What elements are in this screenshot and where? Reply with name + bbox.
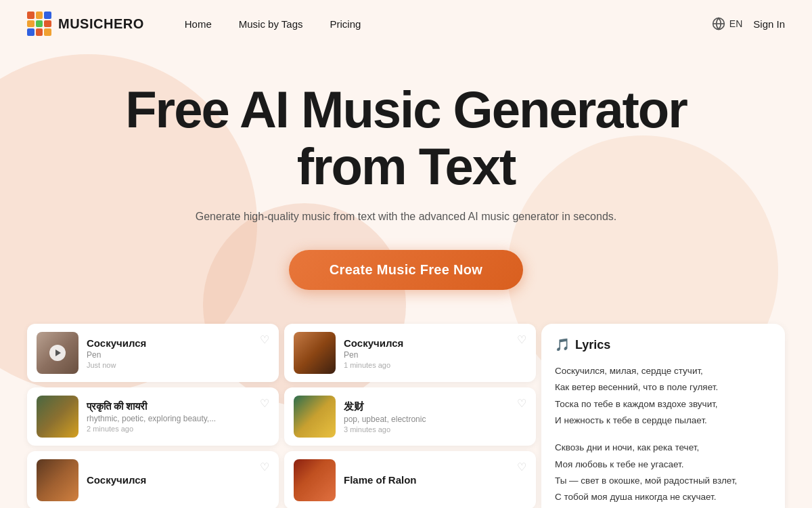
- card-time: 2 minutes ago: [87, 425, 269, 433]
- language-selector[interactable]: EN: [712, 17, 742, 30]
- logo[interactable]: MUSICHERO: [27, 12, 144, 36]
- lyrics-header: 🎵 Lyrics: [555, 337, 771, 352]
- like-button[interactable]: ♡: [517, 333, 526, 346]
- list-item[interactable]: 发财 pop, upbeat, electronic 3 minutes ago…: [284, 387, 536, 446]
- card-thumbnail: [294, 396, 336, 438]
- card-tags: rhythmic, poetic, exploring beauty,...: [87, 414, 269, 423]
- card-info: प्रकृति की शायरी rhythmic, poetic, explo…: [87, 400, 269, 433]
- lyrics-text: Соскучился, милая, сердце стучит,Как вет…: [555, 363, 771, 505]
- card-info: Flame of Ralon: [344, 474, 526, 487]
- card-info: Соскучился: [87, 474, 269, 487]
- card-title: प्रकृति की शायरी: [87, 400, 269, 412]
- like-button[interactable]: ♡: [517, 397, 526, 410]
- card-tags: pop, upbeat, electronic: [344, 415, 526, 424]
- nav-right: EN Sign In: [712, 17, 785, 30]
- hero-title: Free AI Music Generator from Text: [14, 81, 798, 194]
- hero-section: Free AI Music Generator from Text Genera…: [0, 47, 812, 310]
- play-icon[interactable]: [49, 345, 66, 361]
- card-info: Соскучился Pen 1 minutes ago: [344, 337, 526, 369]
- card-time: 1 minutes ago: [344, 361, 526, 369]
- cta-button[interactable]: Create Music Free Now: [289, 250, 523, 290]
- list-item[interactable]: Соскучился Pen 1 minutes ago ♡: [284, 324, 536, 382]
- sign-in-button[interactable]: Sign In: [753, 18, 785, 30]
- globe-icon: [712, 17, 725, 30]
- card-info: Соскучился Pen Just now: [87, 337, 269, 369]
- cards-right-column: Соскучился Pen 1 minutes ago ♡ 发财 pop, u…: [284, 324, 536, 508]
- hero-subtitle: Generate high-quality music from text wi…: [14, 211, 798, 223]
- card-thumbnail: [294, 332, 336, 374]
- card-title: 发财: [344, 400, 526, 413]
- lyrics-verse-1: Соскучился, милая, сердце стучит,Как вет…: [555, 363, 771, 429]
- card-time: 3 minutes ago: [344, 425, 526, 433]
- card-time: Just now: [87, 361, 269, 369]
- card-author: Pen: [344, 350, 526, 360]
- lyrics-panel: 🎵 Lyrics Соскучился, милая, сердце стучи…: [541, 324, 785, 508]
- card-thumbnail: [37, 459, 78, 501]
- like-button[interactable]: ♡: [260, 461, 269, 473]
- card-title: Соскучился: [87, 337, 269, 349]
- language-label: EN: [729, 18, 742, 29]
- lyrics-title: Lyrics: [575, 338, 610, 352]
- list-item[interactable]: प्रकृति की शायरी rhythmic, poetic, explo…: [27, 387, 279, 446]
- card-title: Соскучился: [344, 337, 526, 349]
- content-area: Соскучился Pen Just now ♡ प्रकृति की शाय…: [0, 310, 812, 508]
- card-title: Flame of Ralon: [344, 474, 526, 486]
- lyrics-verse-2: Сквозь дни и ночи, как река течет,Моя лю…: [555, 440, 771, 505]
- list-item[interactable]: Соскучился ♡: [27, 451, 279, 508]
- like-button[interactable]: ♡: [517, 461, 526, 473]
- card-author: Pen: [87, 350, 269, 360]
- navbar: MUSICHERO Home Music by Tags Pricing EN …: [0, 0, 812, 47]
- logo-text: MUSICHERO: [58, 16, 144, 32]
- lyrics-icon: 🎵: [555, 337, 570, 352]
- card-thumbnail: [37, 396, 78, 438]
- like-button[interactable]: ♡: [260, 333, 269, 346]
- card-title: Соскучился: [87, 474, 269, 486]
- card-info: 发财 pop, upbeat, electronic 3 minutes ago: [344, 400, 526, 433]
- nav-music-by-tags[interactable]: Music by Tags: [239, 18, 303, 30]
- list-item[interactable]: Flame of Ralon ♡: [284, 451, 536, 508]
- list-item[interactable]: Соскучился Pen Just now ♡: [27, 324, 279, 382]
- card-thumbnail: [294, 459, 336, 501]
- card-thumbnail: [37, 332, 78, 374]
- logo-icon: [27, 12, 51, 36]
- like-button[interactable]: ♡: [260, 397, 269, 410]
- nav-pricing[interactable]: Pricing: [330, 18, 361, 30]
- nav-links: Home Music by Tags Pricing: [185, 18, 712, 30]
- nav-home[interactable]: Home: [185, 18, 212, 30]
- cards-left-column: Соскучился Pen Just now ♡ प्रकृति की शाय…: [27, 324, 279, 508]
